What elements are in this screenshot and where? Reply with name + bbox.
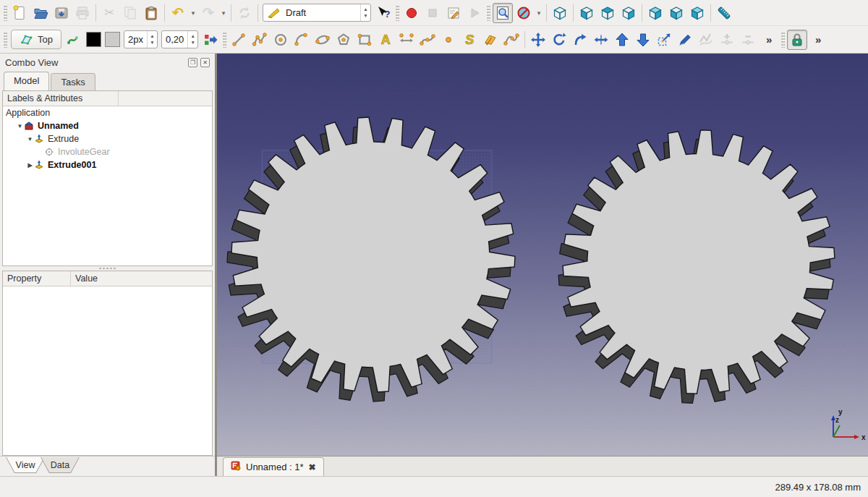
view-axonometric-button[interactable] — [550, 3, 570, 23]
draft-line-button[interactable] — [229, 30, 249, 50]
draft-offset-button[interactable] — [570, 30, 590, 50]
working-plane-button[interactable]: Top — [11, 30, 61, 49]
close-document-icon[interactable]: ✖ — [309, 462, 316, 472]
draft-scale-button[interactable] — [654, 30, 674, 50]
tab-data[interactable]: Data — [41, 457, 80, 473]
expand-arrow-icon[interactable]: ▼ — [26, 136, 34, 143]
draft-move-button[interactable] — [528, 30, 548, 50]
workbench-selector[interactable]: Draft▲▼ — [263, 4, 371, 22]
draft-wire-button[interactable] — [250, 30, 270, 50]
draft-bezier-icon — [503, 32, 519, 48]
document-area: x y z Unnamed : 1* ✖ — [217, 54, 868, 476]
new-document-button[interactable] — [9, 3, 30, 23]
line-width-spinbox[interactable]: 2px▲▼ — [124, 30, 158, 48]
apply-style-button[interactable] — [200, 30, 221, 50]
snap-overflow-chevron[interactable]: » — [808, 30, 828, 50]
measure-distance-button[interactable] — [714, 3, 734, 23]
redo-icon: ↷ — [203, 6, 214, 20]
tab-tasks[interactable]: Tasks — [51, 73, 95, 90]
draft-rotate-button[interactable] — [549, 30, 569, 50]
view-bottom-button[interactable] — [666, 3, 686, 23]
redo-history-dropdown[interactable]: ▾ — [219, 3, 228, 23]
open-document-button[interactable] — [30, 3, 51, 23]
view-left-button[interactable] — [687, 3, 707, 23]
draft-rectangle-button[interactable] — [354, 30, 375, 50]
draft-delete-point-button[interactable] — [738, 30, 758, 50]
toolbar-drag-handle[interactable] — [4, 5, 7, 21]
collapse-arrow-icon[interactable]: ▶ — [26, 162, 34, 169]
view-toolbar-handle[interactable] — [487, 5, 490, 21]
draft-arc-button[interactable] — [292, 30, 312, 50]
tree-item-involutegear[interactable]: InvoluteGear — [3, 145, 212, 158]
view-front-icon — [579, 5, 595, 21]
draft-add-point-button[interactable] — [717, 30, 737, 50]
macro-edit-button[interactable] — [443, 3, 464, 23]
line-color-swatch[interactable] — [86, 32, 101, 47]
draft-bezier-button[interactable] — [501, 30, 522, 50]
draft-polygon-button[interactable] — [333, 30, 354, 50]
draft-bspline-button[interactable] — [417, 30, 438, 50]
cut-button[interactable]: ✂ — [99, 3, 119, 23]
view-front-button[interactable] — [576, 3, 597, 23]
combo-arrows-icon[interactable]: ▲▼ — [360, 4, 370, 21]
tree-item-extrude[interactable]: ▼Extrude — [3, 132, 212, 145]
fit-all-button[interactable] — [493, 3, 513, 23]
snap-toolbar-handle[interactable] — [781, 32, 785, 48]
draw-style-icon — [516, 5, 532, 21]
spin-arrows-icon[interactable]: ▲▼ — [147, 31, 157, 48]
undo-button[interactable]: ↶ — [168, 3, 188, 23]
face-color-swatch[interactable] — [105, 32, 120, 47]
view-rear-button[interactable] — [645, 3, 665, 23]
copy-button[interactable] — [120, 3, 140, 23]
toolbar-overflow-chevron[interactable]: » — [759, 30, 779, 50]
save-document-button[interactable] — [51, 3, 72, 23]
tree-item-application[interactable]: Application — [3, 106, 212, 119]
tab-model[interactable]: Model — [4, 72, 49, 90]
font-scale-spinbox[interactable]: 0,20▲▼ — [161, 30, 198, 48]
macro-stop-button[interactable] — [422, 3, 443, 23]
draw-style-button[interactable] — [514, 3, 534, 23]
draft-facebinder-button[interactable] — [480, 30, 501, 50]
draft-circle-button[interactable] — [271, 30, 291, 50]
macro-play-icon — [467, 5, 482, 21]
tree-item-extrude001[interactable]: ▶Extrude001 — [3, 158, 212, 171]
macro-toolbar-handle[interactable] — [396, 5, 399, 21]
draft-circle-icon — [273, 32, 289, 48]
undo-history-dropdown[interactable]: ▾ — [189, 3, 197, 23]
tab-view[interactable]: View — [6, 457, 45, 473]
draft-toolbar-handle[interactable] — [4, 32, 7, 48]
macro-play-button[interactable] — [464, 3, 485, 23]
whats-this-button[interactable]: ? — [373, 3, 393, 23]
refresh-button[interactable] — [234, 3, 255, 23]
snap-lock-button[interactable] — [787, 30, 807, 50]
construction-mode-button[interactable] — [64, 30, 84, 50]
3d-viewport[interactable]: x y z — [217, 54, 868, 456]
view-top-button[interactable] — [597, 3, 618, 23]
draft-text-button[interactable]: A — [375, 30, 396, 50]
toolbar-overflow-chevron-icon: » — [766, 34, 772, 45]
macro-record-button[interactable] — [401, 3, 422, 23]
draft-shapestring-button[interactable]: S — [459, 30, 480, 50]
spin-arrows-icon[interactable]: ▲▼ — [187, 31, 197, 48]
draft-downgrade-icon — [635, 32, 651, 48]
panel-float-icon[interactable]: ❐ — [188, 58, 197, 67]
print-button[interactable] — [72, 3, 93, 23]
draft-trimex-button[interactable] — [591, 30, 611, 50]
draft-downgrade-button[interactable] — [633, 30, 653, 50]
gear-extrude001[interactable] — [558, 130, 835, 404]
draft-upgrade-button[interactable] — [612, 30, 632, 50]
tree-item-unnamed[interactable]: ▼Unnamed — [3, 119, 212, 132]
draft-tools-handle[interactable] — [223, 32, 226, 48]
draft-point-button[interactable] — [438, 30, 459, 50]
draft-wire-to-bspline-button[interactable] — [696, 30, 716, 50]
draft-ellipse-button[interactable] — [312, 30, 333, 50]
draft-dimension-button[interactable] — [396, 30, 417, 50]
view-right-button[interactable] — [618, 3, 639, 23]
paste-button[interactable] — [141, 3, 161, 23]
redo-button[interactable]: ↷ — [198, 3, 218, 23]
expand-arrow-icon[interactable]: ▼ — [16, 123, 24, 129]
draw-style-dropdown[interactable]: ▾ — [535, 3, 543, 23]
draft-edit-button[interactable] — [675, 30, 695, 50]
panel-close-icon[interactable]: ✕ — [200, 58, 210, 67]
document-tab[interactable]: Unnamed : 1* ✖ — [223, 457, 324, 476]
